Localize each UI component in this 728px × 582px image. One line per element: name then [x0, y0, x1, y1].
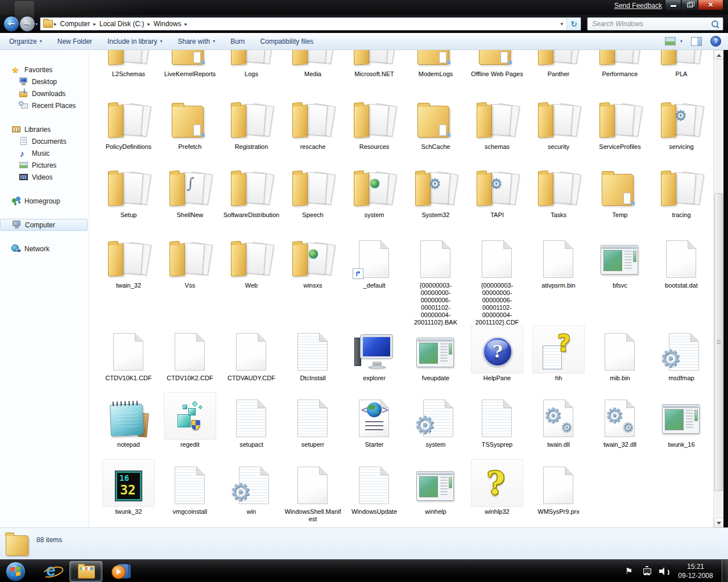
file-item[interactable]: ModemLogs [405, 50, 466, 78]
file-item[interactable]: winhelp [405, 459, 466, 523]
toolbar-compatibility-files[interactable]: Compatibility files [260, 38, 313, 45]
file-item[interactable]: Prefetch [159, 94, 221, 151]
scrollbar-thumb[interactable] [714, 193, 723, 491]
file-item[interactable]: PolicyDefinitions [98, 94, 159, 151]
file-item[interactable]: 1632twunk_32 [98, 459, 159, 523]
file-item[interactable]: LiveKernelReports [159, 50, 221, 78]
file-item[interactable]: CTDVAUDY.CDF [221, 326, 282, 382]
sidebar-item-homegroup[interactable]: Homegroup [0, 195, 89, 207]
maximize-button[interactable] [681, 0, 698, 10]
file-item[interactable]: ServiceProfiles [589, 94, 651, 151]
sidebar-item-pictures[interactable]: Pictures [0, 159, 89, 171]
file-item[interactable]: Vss [159, 233, 221, 326]
file-item[interactable]: mib.bin [589, 326, 651, 382]
file-item[interactable]: bfsvc [589, 233, 651, 326]
file-item[interactable]: setupact [221, 392, 282, 448]
file-item[interactable]: Logs [221, 50, 282, 78]
toolbar-share-with[interactable]: Share with▾ [177, 38, 215, 45]
help-icon[interactable]: ? [710, 36, 721, 47]
start-button[interactable] [6, 562, 26, 581]
file-item[interactable]: system [344, 163, 405, 219]
file-item[interactable]: twunk_16 [651, 392, 712, 448]
file-item[interactable]: rescache [282, 94, 344, 151]
file-item[interactable]: explorer [344, 326, 405, 382]
file-item[interactable]: CTDV10K1.CDF [98, 326, 159, 382]
file-item[interactable]: setuperr [282, 392, 344, 448]
file-item[interactable]: {00000003-00000000-00000006-00001102-000… [466, 233, 528, 326]
taskbar-media-player-button[interactable] [111, 563, 130, 580]
file-item[interactable]: Web [221, 233, 282, 326]
file-item[interactable]: Panther [528, 50, 589, 78]
sidebar-item-recent-places[interactable]: Recent Places [0, 99, 89, 111]
taskbar-clock[interactable]: 15:21 09-12-2008 [673, 562, 718, 580]
sidebar-item-desktop[interactable]: Desktop [0, 76, 89, 88]
network-icon[interactable] [642, 567, 652, 576]
file-item[interactable]: WMSysPr9.prx [528, 459, 589, 523]
search-box[interactable] [587, 17, 723, 31]
file-item[interactable]: {00000003-00000000-00000006-00001102-000… [405, 233, 466, 326]
file-item[interactable]: Offline Web Pages [466, 50, 528, 78]
toolbar-organize[interactable]: Organize▾ [9, 38, 42, 45]
close-button[interactable] [698, 0, 723, 10]
breadcrumb-item-computer[interactable]: Computer [57, 20, 94, 28]
file-item[interactable]: ⚙servicing [651, 94, 712, 151]
sidebar-item-libraries[interactable]: Libraries [0, 123, 89, 135]
file-item[interactable]: SoftwareDistribution [221, 163, 282, 219]
toolbar-new-folder[interactable]: New Folder [57, 38, 92, 45]
file-item[interactable]: ⚙System32 [405, 163, 466, 219]
file-item[interactable]: ∫ShellNew [159, 163, 221, 219]
file-item[interactable]: DtcInstall [282, 326, 344, 382]
address-bar[interactable]: ▸Computer▸Local Disk (C:)▸Windows▸ ▾ ↻ [40, 17, 581, 31]
scroll-down-button[interactable] [714, 518, 724, 527]
file-item[interactable]: winsxs [282, 233, 344, 326]
file-item[interactable]: SchCache [405, 94, 466, 151]
file-item[interactable]: ativpsrm.bin [528, 233, 589, 326]
vertical-scrollbar[interactable] [713, 50, 723, 527]
file-item[interactable]: WindowsShell.Manifest [282, 459, 344, 523]
sidebar-item-documents[interactable]: Documents [0, 135, 89, 147]
file-item[interactable]: WindowsUpdate [344, 459, 405, 523]
file-item[interactable]: HelpPane [466, 326, 528, 382]
file-item[interactable]: <>Starter [344, 392, 405, 448]
file-item[interactable]: Performance [589, 50, 651, 78]
file-item[interactable]: security [528, 94, 589, 151]
file-item[interactable]: PLA [651, 50, 712, 78]
file-item[interactable]: ⚙⚙twain.dll [528, 392, 589, 448]
file-item[interactable]: Microsoft.NET [344, 50, 405, 78]
file-item[interactable]: twain_32 [98, 233, 159, 326]
volume-icon[interactable] [659, 567, 669, 576]
file-item[interactable]: tracing [651, 163, 712, 219]
show-desktop-button[interactable] [722, 560, 728, 582]
taskbar-windows-explorer-button[interactable] [69, 561, 102, 582]
refresh-button[interactable]: ↻ [566, 18, 581, 30]
file-item[interactable]: schemas [466, 94, 528, 151]
action-center-flag-icon[interactable] [625, 567, 635, 576]
toolbar-include-in-library[interactable]: Include in library▾ [107, 38, 162, 45]
preview-pane-icon[interactable] [691, 37, 702, 46]
taskbar-internet-explorer-button[interactable] [43, 563, 61, 580]
sidebar-item-videos[interactable]: Videos [0, 171, 89, 183]
send-feedback-link[interactable]: Send Feedback [614, 2, 662, 10]
sidebar-item-favorites[interactable]: Favorites [0, 64, 89, 76]
file-item[interactable]: Tasks [528, 163, 589, 219]
file-item[interactable]: Setup [98, 163, 159, 219]
file-item[interactable]: ↱_default [344, 233, 405, 326]
breadcrumb-item-local-disk-c[interactable]: Local Disk (C:) [96, 20, 148, 28]
file-item[interactable]: CTDV10K2.CDF [159, 326, 221, 382]
minimize-button[interactable] [665, 0, 681, 10]
file-item[interactable]: AvMedia [282, 50, 344, 78]
file-item[interactable]: ⚙TAPI [466, 163, 528, 219]
file-item[interactable]: ⚙win [221, 459, 282, 523]
file-item[interactable]: ⚙⚙twain_32.dll [589, 392, 651, 448]
search-input[interactable] [591, 19, 712, 28]
magnifier-icon[interactable] [712, 20, 718, 27]
file-item[interactable]: Resources [344, 94, 405, 151]
file-item[interactable]: Speech [282, 163, 344, 219]
file-item[interactable]: TSSysprep [466, 392, 528, 448]
sidebar-item-downloads[interactable]: Downloads [0, 88, 89, 99]
toolbar-burn[interactable]: Burn [230, 38, 245, 45]
sidebar-item-music[interactable]: Music [0, 147, 89, 159]
address-dropdown-chevron-icon[interactable]: ▾ [557, 21, 566, 27]
file-item[interactable]: ⚙msdfmap [651, 326, 712, 382]
file-item[interactable]: L2Schemas [98, 50, 159, 78]
